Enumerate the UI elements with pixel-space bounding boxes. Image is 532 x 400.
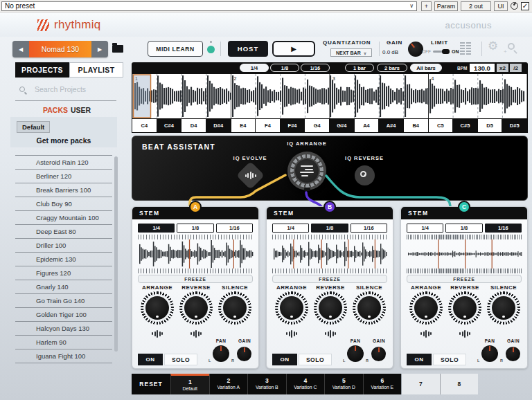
- note-key[interactable]: D4: [181, 119, 206, 132]
- stem-division-eighth[interactable]: 1/8: [311, 224, 348, 233]
- stem-on-button[interactable]: ON: [272, 354, 297, 365]
- pattern-slot[interactable]: 3 Variation B: [247, 374, 286, 394]
- zoom-magnifier-icon[interactable]: [508, 43, 515, 50]
- silence-knob[interactable]: [353, 291, 386, 325]
- reverse-knob[interactable]: [314, 291, 347, 325]
- arrange-knob[interactable]: [409, 291, 443, 325]
- all-bars-button[interactable]: All bars: [410, 64, 442, 72]
- freeze-button[interactable]: FREEZE: [272, 275, 387, 283]
- pack-list-item[interactable]: Deep East 80: [15, 225, 112, 239]
- tab-playlist[interactable]: PLAYLIST: [69, 62, 123, 78]
- note-key[interactable]: C#4: [157, 119, 182, 132]
- next-preset-button[interactable]: ▶: [91, 41, 108, 57]
- limit-toggle[interactable]: OFF ON: [422, 49, 459, 54]
- stem-solo-button[interactable]: SOLO: [299, 354, 332, 365]
- midi-learn-button[interactable]: MIDI LEARN: [148, 41, 203, 57]
- search-input[interactable]: [35, 84, 111, 95]
- reverse-knob[interactable]: [179, 291, 213, 325]
- bpm-double-button[interactable]: x2: [497, 64, 508, 72]
- pattern-slot[interactable]: 6 Variation E: [363, 374, 402, 394]
- pan-knob[interactable]: [481, 345, 498, 362]
- note-key[interactable]: C#5: [453, 119, 478, 132]
- stem-on-button[interactable]: ON: [407, 354, 432, 365]
- limit-switch[interactable]: [433, 51, 450, 53]
- stem-solo-button[interactable]: SOLO: [164, 354, 197, 365]
- pack-list-item[interactable]: Gnarly 140: [15, 280, 112, 294]
- bpm-value[interactable]: 130.0: [470, 64, 495, 72]
- stem-gain-knob[interactable]: [371, 347, 386, 361]
- stem-division-sixteenth[interactable]: 1/16: [216, 224, 253, 233]
- pack-list-item[interactable]: Berliner 120: [15, 170, 112, 183]
- host-sync-button[interactable]: HOST: [228, 41, 268, 57]
- pack-list-item[interactable]: Craggy Mountain 100: [15, 211, 112, 225]
- default-pack-chip[interactable]: Default: [17, 121, 50, 133]
- note-key[interactable]: F4: [256, 119, 281, 132]
- division-quarter-button[interactable]: 1/4: [240, 64, 269, 72]
- bpm-half-button[interactable]: /2: [510, 64, 522, 72]
- stem-division-quarter[interactable]: 1/4: [407, 224, 443, 233]
- stem-waveform[interactable]: [138, 239, 254, 269]
- reverse-knob[interactable]: [448, 291, 481, 325]
- note-key[interactable]: G#4: [330, 119, 355, 132]
- note-key[interactable]: D#5: [502, 119, 527, 132]
- pack-list-item[interactable]: Epidemic 130: [15, 253, 112, 266]
- folder-icon[interactable]: [112, 45, 123, 53]
- pan-knob[interactable]: [213, 345, 229, 362]
- stem-gain-knob[interactable]: [506, 347, 520, 361]
- stem-tag-badge[interactable]: B: [323, 201, 336, 213]
- pattern-slot[interactable]: 4 Variation C: [286, 374, 325, 394]
- prev-preset-button[interactable]: ◀: [12, 41, 29, 57]
- scrollbar[interactable]: [114, 156, 118, 352]
- note-key[interactable]: G4: [305, 119, 330, 132]
- pack-list-item[interactable]: Break Barriers 100: [15, 183, 112, 197]
- two-bars-button[interactable]: 2 bars: [377, 64, 407, 72]
- pattern-slot[interactable]: 7: [401, 374, 440, 394]
- preset-name[interactable]: Nomad 130: [29, 41, 91, 57]
- stem-gain-knob[interactable]: [237, 347, 251, 361]
- silence-knob[interactable]: [487, 291, 520, 325]
- play-button[interactable]: ▶: [272, 41, 315, 57]
- note-key[interactable]: C4: [132, 119, 157, 132]
- stem-on-button[interactable]: ON: [138, 354, 163, 365]
- pack-list-item[interactable]: Figures 120: [15, 266, 112, 280]
- division-sixteenth-button[interactable]: 1/16: [301, 64, 330, 72]
- preset-selector[interactable]: ◀ Nomad 130 ▶: [12, 41, 108, 57]
- note-key[interactable]: F#4: [281, 119, 305, 132]
- stem-solo-button[interactable]: SOLO: [433, 354, 466, 365]
- limit-switch-handle[interactable]: [442, 49, 450, 54]
- stem-tag-badge[interactable]: A: [189, 201, 202, 213]
- note-key[interactable]: D#4: [206, 119, 231, 132]
- stem-tag-badge[interactable]: C: [458, 201, 470, 213]
- output-routing-button[interactable]: 2 out: [461, 1, 491, 11]
- one-bar-button[interactable]: 1 bar: [345, 64, 374, 72]
- pack-list-item[interactable]: Asteroid Rain 120: [15, 156, 112, 170]
- note-key[interactable]: C5: [429, 119, 454, 132]
- pack-list-item[interactable]: Halcyon Days 130: [15, 322, 112, 336]
- stem-division-eighth[interactable]: 1/8: [177, 224, 213, 233]
- quantization-select[interactable]: NEXT BAR∨: [330, 48, 372, 57]
- pack-list-item[interactable]: Driller 100: [15, 239, 112, 253]
- pattern-slot[interactable]: 1 Default: [170, 374, 209, 394]
- freeze-button[interactable]: FREEZE: [407, 275, 522, 283]
- user-tab[interactable]: USER: [71, 106, 91, 114]
- note-key[interactable]: E4: [231, 119, 256, 132]
- add-preset-button[interactable]: +: [421, 1, 432, 11]
- stem-division-sixteenth[interactable]: 1/16: [485, 224, 522, 233]
- get-more-packs-link[interactable]: Get more packs: [10, 136, 117, 145]
- pack-list-item[interactable]: Golden Tiger 100: [15, 308, 112, 322]
- packs-tab[interactable]: PACKS: [43, 106, 68, 114]
- pattern-slot[interactable]: 8: [440, 374, 479, 394]
- tab-projects[interactable]: PROJECTS: [15, 62, 69, 78]
- stem-division-quarter[interactable]: 1/4: [138, 224, 175, 233]
- dial-icon[interactable]: [511, 2, 518, 10]
- iq-evolve-icon[interactable]: [236, 161, 265, 190]
- param-button[interactable]: Param: [434, 1, 458, 11]
- main-waveform[interactable]: 1234: [132, 73, 528, 119]
- ui-button[interactable]: UI: [494, 1, 508, 11]
- note-key[interactable]: A4: [355, 119, 380, 132]
- pattern-slot[interactable]: 5 Variation D: [324, 374, 363, 394]
- stem-waveform[interactable]: [407, 239, 523, 269]
- settings-gear-icon[interactable]: ⚙: [488, 39, 498, 53]
- note-key[interactable]: D5: [478, 119, 503, 132]
- note-key[interactable]: B4: [404, 119, 429, 132]
